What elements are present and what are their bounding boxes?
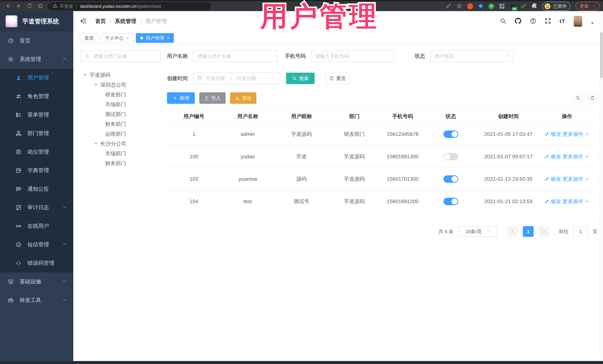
app-window: 芋道管理系统 首页 系统管理 用户管理 角色管理: [0, 11, 603, 361]
sidebar-item-dept-mgmt[interactable]: 部门管理: [0, 124, 73, 143]
scrollbar-thumb[interactable]: [600, 32, 603, 78]
sidebar-item-role-mgmt[interactable]: 角色管理: [0, 87, 73, 106]
sidebar-item-system[interactable]: 系统管理: [0, 50, 73, 69]
sidebar-item-post-mgmt[interactable]: 岗位管理: [0, 143, 73, 161]
font-size-icon[interactable]: tT: [560, 18, 565, 24]
page-size-select[interactable]: 10条/页: [458, 226, 498, 237]
address-bar[interactable]: 不安全 dashboard.yudao.iocoder.cn /system/u…: [48, 2, 211, 10]
extension-icon-grid[interactable]: [499, 4, 505, 9]
import-button[interactable]: 导入: [199, 92, 226, 104]
tree-node[interactable]: 运维部门: [81, 129, 167, 139]
browser-forward-icon[interactable]: [16, 3, 22, 10]
tree-node[interactable]: 长沙分公司: [81, 139, 167, 149]
more-actions-link[interactable]: 更多操作: [563, 131, 590, 138]
tree-node[interactable]: 深圳总公司: [81, 80, 167, 90]
reset-button[interactable]: 重置: [325, 73, 350, 84]
breadcrumb-system[interactable]: 系统管理: [115, 18, 136, 25]
more-actions-link[interactable]: 更多操作: [563, 176, 590, 183]
app-title: 芋道管理系统: [22, 17, 59, 26]
browser-menu-icon[interactable]: ⋮: [591, 4, 597, 9]
edit-link[interactable]: 修改: [544, 176, 561, 183]
status-select[interactable]: 用户状态: [430, 50, 514, 62]
sidebar-item-menu-mgmt[interactable]: 菜单管理: [0, 106, 73, 124]
browser-reload-icon[interactable]: [27, 3, 32, 10]
search-button[interactable]: 搜索: [286, 73, 315, 84]
sidebar-item-dev-tools[interactable]: 研发工具: [0, 291, 73, 309]
breadcrumb-home[interactable]: 首页: [95, 18, 106, 25]
goto-page-input[interactable]: [573, 226, 588, 237]
github-icon[interactable]: [515, 18, 521, 25]
sidebar-item-error-code[interactable]: 错误码管理: [0, 254, 73, 272]
page-1-button[interactable]: 1: [523, 226, 533, 237]
more-actions-link[interactable]: 更多操作: [563, 153, 590, 160]
date-range-picker[interactable]: 开始日期 - 结束日期: [193, 73, 280, 84]
browser-update-button[interactable]: 更新 ⋮: [576, 2, 600, 11]
tree-node[interactable]: 财务部门: [81, 158, 167, 168]
edit-link[interactable]: 修改: [544, 153, 561, 160]
mobile-input[interactable]: [311, 50, 395, 62]
add-user-button[interactable]: 新增: [167, 92, 195, 104]
extension-icon-key-green[interactable]: [521, 3, 527, 10]
avatar-caret-icon[interactable]: [591, 22, 594, 24]
tab-close-icon[interactable]: ×: [167, 36, 169, 41]
status-toggle[interactable]: [443, 131, 458, 138]
sidebar: 芋道管理系统 首页 系统管理 用户管理 角色管理: [0, 11, 73, 361]
edit-link[interactable]: 修改: [544, 198, 561, 205]
tab-close-icon[interactable]: ×: [126, 36, 129, 41]
export-button[interactable]: 导出: [230, 92, 256, 104]
sidebar-item-user-mgmt[interactable]: 用户管理: [0, 69, 73, 87]
extension-icon-ubuntu[interactable]: [467, 3, 473, 9]
tree-node[interactable]: 市场部门: [81, 149, 167, 158]
dept-search-input[interactable]: [81, 50, 161, 62]
tab-profile[interactable]: 个人中心 ×: [101, 33, 133, 43]
toggle-search-button[interactable]: [573, 93, 583, 103]
status-toggle[interactable]: [443, 153, 458, 160]
fullscreen-icon[interactable]: [545, 18, 551, 25]
sidebar-item-notice[interactable]: 通知公告: [0, 180, 73, 198]
extension-icon-green[interactable]: Y: [488, 3, 494, 9]
header-search-icon[interactable]: [500, 18, 506, 25]
refresh-table-button[interactable]: [587, 93, 597, 103]
browser-back-icon[interactable]: [5, 3, 11, 10]
help-icon[interactable]: [530, 18, 536, 25]
bookmark-star-icon[interactable]: [456, 3, 462, 10]
chevron-up-icon: [62, 56, 67, 62]
tree-node[interactable]: 市场部门: [81, 99, 167, 109]
chevron-down-icon: [585, 132, 590, 137]
caret-down-icon[interactable]: [94, 143, 98, 145]
tab-home[interactable]: 首页: [80, 33, 98, 43]
tab-user-mgmt[interactable]: 用户管理 ×: [136, 33, 174, 43]
browser-profile-chip[interactable]: 已暂停: [543, 2, 570, 11]
tree-node[interactable]: 财务部门: [81, 119, 167, 129]
sidebar-item-home[interactable]: 首页: [0, 32, 73, 50]
collapse-sidebar-icon[interactable]: [80, 18, 87, 25]
page-scrollbar[interactable]: [600, 11, 603, 361]
extensions-puzzle-icon[interactable]: [532, 3, 537, 10]
browser-home-icon[interactable]: [37, 3, 43, 10]
tree-node[interactable]: 芋道源码: [81, 70, 167, 80]
status-toggle[interactable]: [443, 198, 458, 205]
username-input[interactable]: [193, 50, 277, 62]
caret-down-icon[interactable]: [94, 84, 98, 86]
caret-down-icon[interactable]: [83, 74, 87, 76]
status-toggle[interactable]: [443, 175, 458, 183]
next-page-button[interactable]: [538, 226, 549, 237]
tree-node[interactable]: 研发部门: [81, 90, 167, 99]
tree-node[interactable]: 测试部门: [81, 109, 167, 119]
user-avatar[interactable]: [574, 16, 582, 27]
extension-icon-onepassword[interactable]: on: [510, 3, 516, 9]
plus-icon: [173, 96, 177, 100]
sidebar-item-audit-log[interactable]: 审计日志: [0, 198, 73, 217]
password-key-icon[interactable]: [446, 3, 451, 10]
sidebar-logo-row[interactable]: 芋道管理系统: [0, 11, 73, 32]
sidebar-item-infrastructure[interactable]: 基础设施: [0, 272, 73, 291]
edit-link[interactable]: 修改: [544, 131, 561, 138]
extension-icon-gem[interactable]: [478, 4, 483, 9]
more-actions-link[interactable]: 更多操作: [563, 198, 590, 205]
dev-tools-icon: [7, 298, 15, 303]
sidebar-item-online-users[interactable]: 在线用户: [0, 217, 73, 235]
sidebar-item-dict-mgmt[interactable]: 字典管理: [0, 161, 73, 180]
gear-icon: [7, 56, 15, 62]
sidebar-item-sms-mgmt[interactable]: 短信管理: [0, 235, 73, 254]
prev-page-button[interactable]: [507, 226, 518, 237]
